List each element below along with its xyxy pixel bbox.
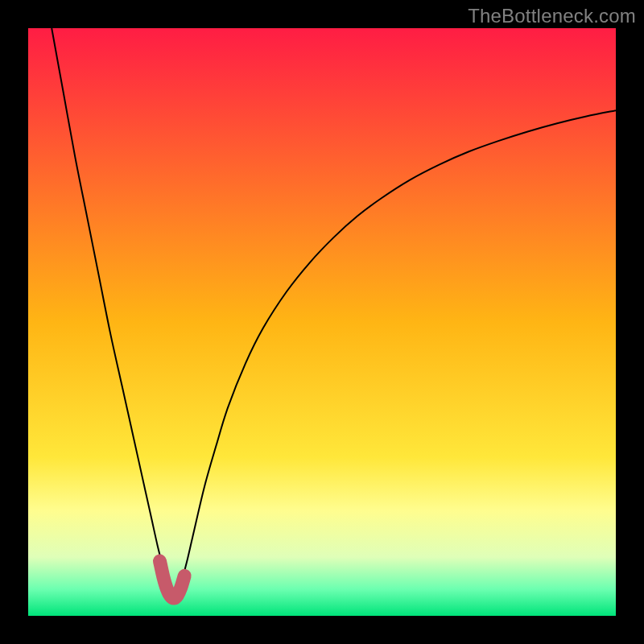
bottleneck-chart (0, 0, 644, 644)
chart-frame: TheBottleneck.com (0, 0, 644, 644)
chart-background (28, 28, 616, 616)
